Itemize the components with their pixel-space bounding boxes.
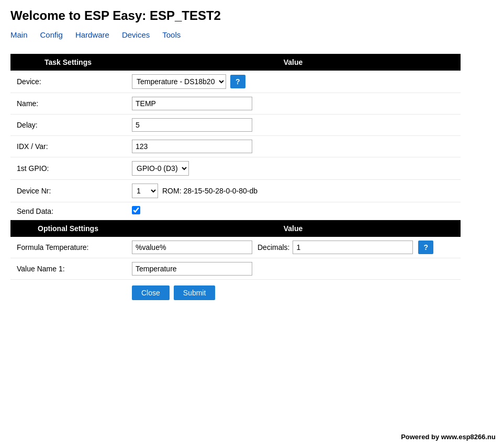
send-data-label: Send Data: bbox=[10, 202, 126, 220]
formula-label: Formula Temperature: bbox=[10, 237, 126, 258]
idx-input[interactable] bbox=[132, 140, 252, 153]
nav-devices[interactable]: Devices bbox=[122, 30, 150, 39]
device-nr-select[interactable]: 1 bbox=[132, 184, 158, 198]
decimals-label: Decimals: bbox=[257, 243, 289, 251]
delay-cell bbox=[126, 115, 461, 136]
delay-label: Delay: bbox=[10, 115, 126, 136]
gpio-label: 1st GPIO: bbox=[10, 157, 126, 180]
formula-help-button[interactable]: ? bbox=[418, 241, 433, 254]
page-title: Welcome to ESP Easy: ESP_TEST2 bbox=[10, 8, 494, 23]
action-buttons-cell: Close Submit bbox=[126, 280, 461, 304]
decimals-input[interactable] bbox=[293, 241, 413, 254]
name-input[interactable] bbox=[132, 97, 252, 110]
device-help-button[interactable]: ? bbox=[230, 75, 245, 88]
name-cell bbox=[126, 93, 461, 115]
nav-main[interactable]: Main bbox=[10, 30, 28, 39]
idx-cell bbox=[126, 136, 461, 157]
device-label: Device: bbox=[10, 71, 126, 93]
device-nr-cell: 1 ROM: 28-15-50-28-0-0-80-db bbox=[126, 180, 461, 202]
nav-config[interactable]: Config bbox=[40, 30, 63, 39]
task-value-header: Value bbox=[126, 54, 461, 71]
main-nav: Main Config Hardware Devices Tools bbox=[10, 30, 494, 39]
value-name-cell bbox=[126, 258, 461, 280]
gpio-cell: GPIO-0 (D3) bbox=[126, 157, 461, 180]
task-settings-table: Task Settings Value Device: Temperature … bbox=[10, 54, 461, 220]
delay-input[interactable] bbox=[132, 118, 252, 132]
send-data-cell bbox=[126, 202, 461, 220]
send-data-checkbox[interactable] bbox=[132, 206, 140, 214]
formula-input[interactable] bbox=[132, 241, 252, 254]
value-name-input[interactable] bbox=[132, 262, 252, 276]
idx-label: IDX / Var: bbox=[10, 136, 126, 157]
task-settings-header: Task Settings bbox=[10, 54, 126, 71]
device-select[interactable]: Temperature - DS18b20 bbox=[132, 74, 226, 89]
device-nr-label: Device Nr: bbox=[10, 180, 126, 202]
optional-value-header: Value bbox=[126, 220, 461, 237]
action-buttons-label bbox=[10, 280, 126, 304]
value-name-label: Value Name 1: bbox=[10, 258, 126, 280]
gpio-select[interactable]: GPIO-0 (D3) bbox=[132, 161, 189, 176]
optional-settings-table: Optional Settings Value Formula Temperat… bbox=[10, 220, 461, 304]
submit-button[interactable]: Submit bbox=[174, 285, 216, 300]
device-cell: Temperature - DS18b20 ? bbox=[126, 71, 461, 93]
nav-tools[interactable]: Tools bbox=[162, 30, 181, 39]
close-button[interactable]: Close bbox=[132, 285, 170, 300]
rom-text: ROM: 28-15-50-28-0-0-80-db bbox=[162, 187, 257, 195]
formula-cell: Decimals: ? bbox=[126, 237, 461, 258]
optional-settings-header: Optional Settings bbox=[10, 220, 126, 237]
nav-hardware[interactable]: Hardware bbox=[75, 30, 109, 39]
name-label: Name: bbox=[10, 93, 126, 115]
